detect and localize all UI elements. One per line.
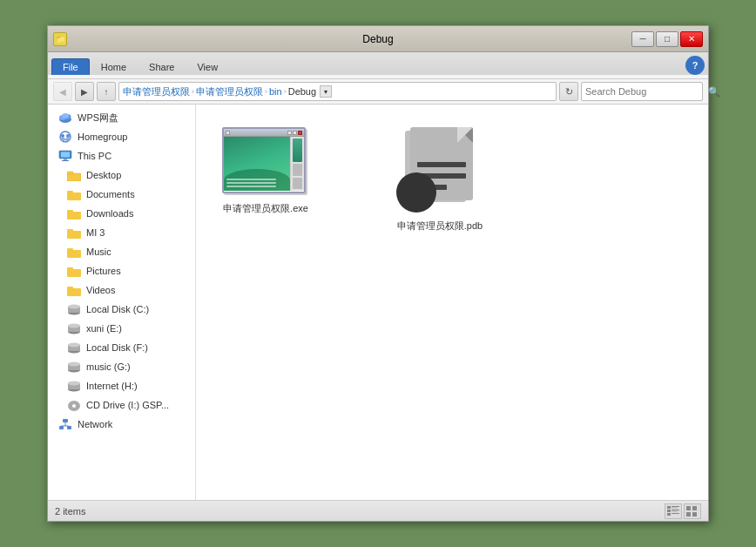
breadcrumb-4[interactable]: Debug: [288, 86, 316, 97]
breadcrumb-dropdown[interactable]: ▾: [320, 85, 332, 98]
svg-rect-52: [667, 506, 671, 509]
svg-rect-12: [62, 160, 69, 161]
computer-icon: [58, 149, 72, 163]
svg-rect-19: [67, 212, 81, 219]
search-input[interactable]: [585, 86, 705, 97]
refresh-button[interactable]: ↻: [559, 82, 578, 101]
sidebar-item-downloads[interactable]: Downloads: [48, 204, 195, 223]
folder-music-icon: [67, 245, 81, 259]
forward-button[interactable]: ▶: [75, 82, 94, 101]
sidebar-label-videos: Videos: [86, 285, 115, 295]
file-item-exe[interactable]: 申请管理员权限.exe: [213, 122, 318, 220]
up-button[interactable]: ↑: [97, 82, 116, 101]
sidebar-label-pictures: Pictures: [86, 266, 121, 276]
svg-point-31: [68, 304, 80, 308]
file-item-pdb[interactable]: 申请管理员权限.pdb: [388, 122, 492, 238]
svg-rect-58: [667, 513, 671, 516]
window-icon: 📁: [53, 32, 67, 46]
folder-mi3-icon: [67, 226, 81, 240]
file-name-pdb: 申请管理员权限.pdb: [397, 219, 483, 233]
breadcrumb-3[interactable]: bin: [269, 86, 282, 97]
sidebar-label-cdi: CD Drive (I:) GSP...: [86, 400, 169, 410]
back-button[interactable]: ◀: [53, 82, 72, 101]
svg-rect-56: [672, 510, 679, 510]
sidebar-label-downloads: Downloads: [86, 208, 133, 219]
breadcrumb-bar[interactable]: 申请管理员权限 › 申请管理员权限 › bin › Debug ▾: [118, 82, 557, 101]
folder-pictures-icon: [67, 264, 81, 278]
breadcrumb-2[interactable]: 申请管理员权限: [196, 85, 263, 98]
sidebar-label-desktop: Desktop: [86, 170, 121, 180]
status-count: 2 items: [55, 506, 85, 517]
sidebar-item-musicg[interactable]: music (G:): [48, 357, 195, 376]
folder-videos-icon: [67, 283, 81, 297]
sidebar-label-localc: Local Disk (C:): [86, 304, 149, 314]
main-window: 📁 Debug ─ □ ✕ File Home Share View ? ◀ ▶…: [47, 25, 709, 522]
sidebar-item-network[interactable]: Network: [48, 415, 195, 434]
ribbon-body: [48, 75, 708, 78]
sidebar-item-documents[interactable]: Documents: [48, 185, 195, 204]
maximize-button[interactable]: □: [656, 31, 678, 47]
sidebar-item-mi3[interactable]: MI 3: [48, 223, 195, 242]
tab-file[interactable]: File: [51, 58, 90, 75]
svg-point-40: [68, 361, 80, 366]
sidebar-label-music: Music: [86, 246, 111, 257]
svg-rect-55: [667, 510, 671, 512]
tab-view[interactable]: View: [186, 58, 229, 75]
svg-point-34: [68, 323, 80, 328]
sidebar-label-musicg: music (G:): [86, 361, 131, 372]
sidebar-label-localf: Local Disk (F:): [86, 342, 148, 353]
tab-share[interactable]: Share: [138, 58, 186, 75]
folder-desktop-icon: [67, 168, 81, 182]
sidebar-label-interneth: Internet (H:): [86, 381, 138, 391]
sidebar-item-cdi[interactable]: CD Drive (I:) GSP...: [48, 395, 195, 415]
svg-rect-57: [672, 510, 678, 511]
file-name-exe: 申请管理员权限.exe: [223, 202, 308, 215]
sidebar-item-wps[interactable]: WPS网盘: [48, 108, 195, 127]
svg-rect-15: [67, 172, 73, 174]
sidebar-label-thispc: This PC: [78, 151, 111, 161]
tab-home[interactable]: Home: [90, 58, 138, 75]
svg-rect-63: [692, 512, 697, 517]
svg-rect-60: [686, 506, 691, 510]
sidebar-item-localc[interactable]: Local Disk (C:): [48, 300, 195, 319]
sidebar-item-interneth[interactable]: Internet (H:): [48, 376, 195, 395]
sidebar-item-music[interactable]: Music: [48, 242, 195, 261]
status-bar: 2 items: [48, 500, 708, 521]
svg-rect-54: [672, 507, 678, 508]
disk-f-icon: [67, 341, 81, 355]
svg-rect-18: [67, 191, 73, 193]
svg-point-6: [66, 134, 70, 138]
view-icons-button[interactable]: [684, 503, 701, 519]
sidebar-item-xunie[interactable]: xuni (E:): [48, 319, 195, 338]
svg-rect-47: [59, 426, 64, 429]
disk-e-icon: [67, 321, 81, 335]
disk-c-icon: [67, 302, 81, 316]
disk-h-icon: [67, 379, 81, 393]
sidebar-item-localf[interactable]: Local Disk (F:): [48, 338, 195, 357]
folder-documents-icon: [67, 187, 81, 201]
sidebar-item-homegroup[interactable]: Homegroup: [48, 127, 195, 146]
search-bar[interactable]: 🔍: [581, 82, 703, 101]
ribbon: File Home Share View ?: [48, 52, 708, 79]
view-details-button[interactable]: [665, 503, 682, 519]
sidebar-item-pictures[interactable]: Pictures: [48, 261, 195, 280]
breadcrumb-1[interactable]: 申请管理员权限: [123, 85, 190, 98]
svg-rect-13: [67, 173, 81, 181]
svg-rect-23: [67, 250, 81, 258]
main-area: WPS网盘 Homegroup This PC: [48, 105, 708, 500]
svg-rect-27: [67, 288, 81, 296]
svg-rect-24: [67, 248, 73, 251]
help-button[interactable]: ?: [685, 56, 705, 75]
svg-point-8: [65, 138, 71, 141]
minimize-button[interactable]: ─: [631, 31, 654, 47]
sidebar-item-thispc[interactable]: This PC: [48, 146, 195, 165]
close-button[interactable]: ✕: [680, 31, 703, 47]
sidebar-label-network: Network: [78, 419, 112, 429]
svg-rect-61: [692, 506, 697, 510]
sidebar-label-homegroup: Homegroup: [78, 132, 127, 142]
svg-point-37: [68, 342, 80, 347]
sidebar-item-videos[interactable]: Videos: [48, 280, 195, 300]
sidebar-item-desktop[interactable]: Desktop: [48, 165, 195, 185]
svg-rect-22: [67, 229, 73, 232]
svg-rect-48: [67, 426, 71, 429]
